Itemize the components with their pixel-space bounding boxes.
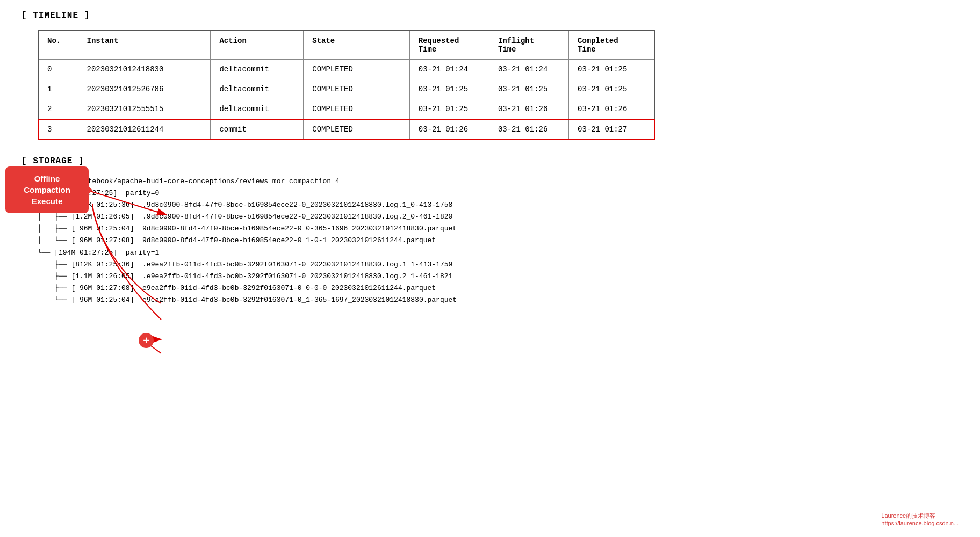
annotation-box: Offline CompactionExecute [5,166,89,213]
table-cell: 1 [38,79,78,99]
table-cell: 03-21 01:27 [569,119,655,140]
table-row: 220230321012555515deltacommitCOMPLETED03… [38,99,655,120]
table-cell: 03-21 01:25 [409,79,489,99]
table-cell: 03-21 01:25 [569,60,655,79]
col-header-requested: RequestedTime [409,31,489,60]
col-header-inflight: InflightTime [489,31,568,60]
table-row: 020230321012418830deltacommitCOMPLETED03… [38,60,655,79]
table-cell: 2 [38,99,78,120]
table-cell: 20230321012611244 [78,119,211,140]
table-cell: 20230321012526786 [78,79,211,99]
table-cell: 03-21 01:24 [409,60,489,79]
table-cell: COMPLETED [304,60,410,79]
table-row: 320230321012611244commitCOMPLETED03-21 0… [38,119,655,140]
table-cell: 03-21 01:25 [569,79,655,99]
table-cell: deltacommit [211,60,304,79]
table-cell: 03-21 01:25 [489,79,568,99]
table-cell: 03-21 01:26 [489,119,568,140]
col-header-state: State [304,31,410,60]
table-cell: COMPLETED [304,79,410,99]
storage-section: [ STORAGE ] /home/emr-notebook/apache-hu… [21,156,959,306]
watermark: Laurence的技术博客https://laurence.blog.csdn.… [881,512,959,526]
plus-circle-icon: + [139,333,154,348]
table-cell: 03-21 01:26 [569,99,655,120]
table-cell: COMPLETED [304,99,410,120]
table-cell: 03-21 01:26 [409,119,489,140]
table-row: 120230321012526786deltacommitCOMPLETED03… [38,79,655,99]
table-cell: 20230321012418830 [78,60,211,79]
timeline-table: No. Instant Action State RequestedTime I… [38,30,655,140]
table-cell: deltacommit [211,99,304,120]
timeline-section: [ TIMELINE ] No. Instant Action State Re… [21,11,959,140]
table-cell: 03-21 01:26 [489,99,568,120]
storage-content: /home/emr-notebook/apache-hudi-core-conc… [38,176,959,306]
table-cell: 03-21 01:25 [409,99,489,120]
table-cell: 03-21 01:24 [489,60,568,79]
table-cell: commit [211,119,304,140]
table-cell: deltacommit [211,79,304,99]
timeline-title: [ TIMELINE ] [21,11,959,20]
table-cell: 3 [38,119,78,140]
col-header-action: Action [211,31,304,60]
table-cell: 20230321012555515 [78,99,211,120]
col-header-completed: CompletedTime [569,31,655,60]
table-header-row: No. Instant Action State RequestedTime I… [38,31,655,60]
col-header-no: No. [38,31,78,60]
col-header-instant: Instant [78,31,211,60]
table-cell: COMPLETED [304,119,410,140]
storage-title: [ STORAGE ] [21,156,959,166]
table-cell: 0 [38,60,78,79]
